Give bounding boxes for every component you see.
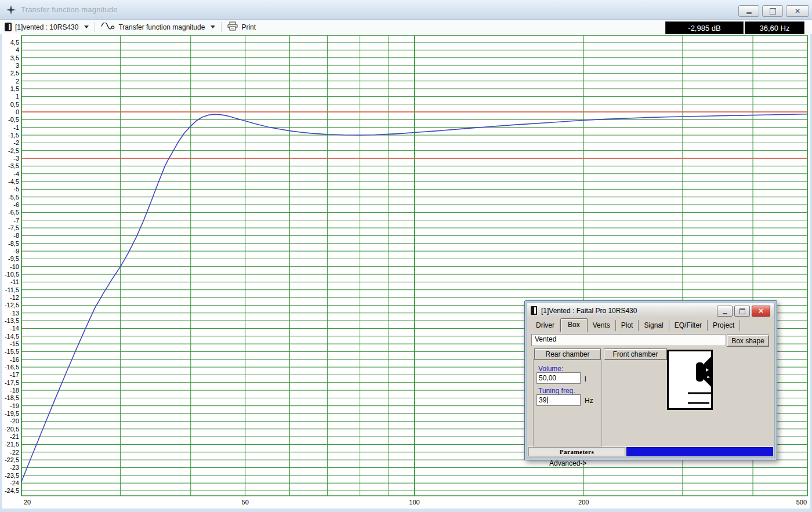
close-button[interactable]: ✕ bbox=[786, 5, 809, 17]
restore-icon bbox=[740, 308, 745, 314]
x-tick-label: 50 bbox=[242, 499, 249, 506]
y-tick-label: -16 bbox=[10, 356, 19, 363]
y-tick-label: -22 bbox=[10, 449, 19, 456]
y-tick-label: 0 bbox=[16, 108, 19, 115]
text-caret bbox=[547, 397, 548, 404]
y-tick-label: -2,5 bbox=[8, 147, 19, 154]
y-tick-label: -8,5 bbox=[8, 240, 19, 247]
y-tick-label: 3 bbox=[16, 62, 19, 69]
chevron-down-icon bbox=[84, 26, 89, 28]
y-tick-label: -9,5 bbox=[8, 255, 19, 262]
toolbar-separator bbox=[95, 22, 95, 32]
rear-chamber-button[interactable]: Rear chamber bbox=[534, 348, 601, 360]
y-tick-label: -17 bbox=[10, 371, 19, 378]
restore-icon bbox=[770, 8, 776, 14]
y-tick-label: -10,5 bbox=[5, 271, 19, 278]
y-tick-label: -15 bbox=[10, 340, 19, 347]
dialog-speaker-icon bbox=[531, 306, 537, 315]
y-tick-label: 1,5 bbox=[10, 85, 19, 92]
close-icon: ✕ bbox=[795, 8, 800, 14]
y-tick-label: 4 bbox=[16, 46, 19, 53]
plot-type-label: Transfer function magnitude bbox=[118, 23, 205, 31]
y-tick-label: -18 bbox=[10, 387, 19, 394]
volume-unit-label: l bbox=[585, 375, 586, 383]
chamber-groupbox: Volume: 50,00 l Tuning freq. 39 Hz Advan… bbox=[533, 359, 602, 446]
y-tick-label: -15,5 bbox=[5, 348, 19, 355]
parameters-progress-bar bbox=[626, 447, 773, 456]
restore-button[interactable] bbox=[762, 5, 783, 17]
toolbar-separator bbox=[221, 22, 222, 32]
y-tick-label: -1,5 bbox=[8, 132, 19, 139]
parameters-bar: Parameters bbox=[528, 446, 773, 456]
tab-eq-filter[interactable]: EQ/Filter bbox=[669, 320, 708, 331]
dialog-minimize-button[interactable] bbox=[717, 306, 733, 317]
tab-box[interactable]: Box bbox=[560, 318, 588, 332]
sine-wave-icon bbox=[101, 23, 115, 32]
y-tick-label: -9 bbox=[13, 248, 19, 255]
window-title: Transfer function magnitude bbox=[21, 5, 118, 14]
y-tick-label: -4 bbox=[13, 170, 19, 177]
y-tick-label: -20 bbox=[10, 417, 19, 424]
y-tick-label: -8 bbox=[13, 232, 19, 239]
volume-input[interactable]: 50,00 bbox=[536, 372, 581, 384]
y-tick-label: -7 bbox=[13, 217, 19, 224]
print-button[interactable]: Print bbox=[223, 21, 260, 33]
tab-plot[interactable]: Plot bbox=[616, 320, 639, 331]
tab-driver[interactable]: Driver bbox=[531, 320, 560, 331]
y-tick-label: 0,5 bbox=[10, 101, 19, 108]
close-icon: ✕ bbox=[758, 308, 763, 314]
y-tick-label: -11 bbox=[10, 278, 19, 285]
parameters-panel-header[interactable]: Parameters bbox=[528, 447, 625, 456]
front-chamber-button[interactable]: Front chamber bbox=[604, 348, 667, 360]
y-tick-label: 4,5 bbox=[10, 39, 19, 46]
y-tick-label: -14 bbox=[10, 325, 19, 332]
y-tick-label: -16,5 bbox=[5, 364, 19, 371]
x-tick-label: 20 bbox=[24, 499, 31, 506]
box-type-field[interactable]: Vented bbox=[531, 334, 726, 346]
box-shape-diagram bbox=[666, 349, 714, 413]
tuning-freq-label: Tuning freq. bbox=[538, 387, 575, 395]
box-shape-button[interactable]: Box shape bbox=[727, 335, 769, 347]
cursor-hz-readout: 36,60 Hz bbox=[745, 21, 804, 34]
y-tick-label: -12,5 bbox=[5, 302, 19, 308]
tab-signal[interactable]: Signal bbox=[639, 320, 669, 331]
tab-project[interactable]: Project bbox=[708, 320, 740, 331]
tab-vents[interactable]: Vents bbox=[588, 320, 616, 331]
y-tick-label: -10 bbox=[10, 263, 19, 270]
dialog-titlebar[interactable]: [1]Vented : Faital Pro 10RS430 ✕ bbox=[527, 303, 775, 318]
minimize-button[interactable] bbox=[738, 5, 759, 17]
y-tick-label: -6,5 bbox=[8, 209, 19, 216]
minimize-icon bbox=[746, 12, 752, 14]
y-tick-label: -23 bbox=[10, 464, 19, 471]
y-tick-label: -5 bbox=[13, 186, 19, 193]
y-tick-label: -0,5 bbox=[8, 116, 19, 123]
y-tick-label: -17,5 bbox=[5, 379, 19, 386]
toolbar: [1]vented : 10RS430 Transfer function ma… bbox=[0, 20, 812, 34]
advanced-link[interactable]: Advanced-> bbox=[549, 459, 586, 467]
y-tick-label: -22,5 bbox=[5, 456, 19, 463]
dialog-body: DriverBoxVentsPlotSignalEQ/FilterProject… bbox=[527, 317, 775, 458]
dialog-tabs: DriverBoxVentsPlotSignalEQ/FilterProject bbox=[531, 319, 771, 331]
speaker-project-icon bbox=[5, 23, 12, 31]
y-tick-label: 2 bbox=[16, 78, 19, 85]
dialog-close-button[interactable]: ✕ bbox=[752, 306, 770, 317]
y-tick-label: -12 bbox=[10, 294, 19, 301]
y-tick-label: -19 bbox=[10, 402, 19, 409]
y-tick-label: -6 bbox=[13, 201, 19, 208]
y-tick-label: -19,5 bbox=[5, 410, 19, 417]
y-tick-label: 3,5 bbox=[10, 55, 19, 61]
project-selector[interactable]: [1]vented : 10RS430 bbox=[0, 21, 93, 33]
y-tick-label: -4,5 bbox=[8, 178, 19, 185]
tuning-freq-input[interactable]: 39 bbox=[536, 394, 581, 406]
print-label: Print bbox=[241, 23, 256, 31]
minimize-icon bbox=[723, 313, 727, 314]
y-tick-label: -21 bbox=[10, 433, 19, 440]
x-tick-label: 500 bbox=[796, 499, 807, 506]
chevron-down-icon bbox=[211, 26, 215, 28]
dialog-restore-button[interactable] bbox=[734, 306, 750, 317]
box-dialog: [1]Vented : Faital Pro 10RS430 ✕ DriverB… bbox=[524, 300, 777, 460]
y-tick-label: -13,5 bbox=[5, 317, 19, 324]
plot-type-selector[interactable]: Transfer function magnitude bbox=[96, 21, 220, 33]
cursor-db-readout: -2,985 dB bbox=[665, 21, 744, 34]
dialog-title: [1]Vented : Faital Pro 10RS430 bbox=[541, 307, 637, 315]
